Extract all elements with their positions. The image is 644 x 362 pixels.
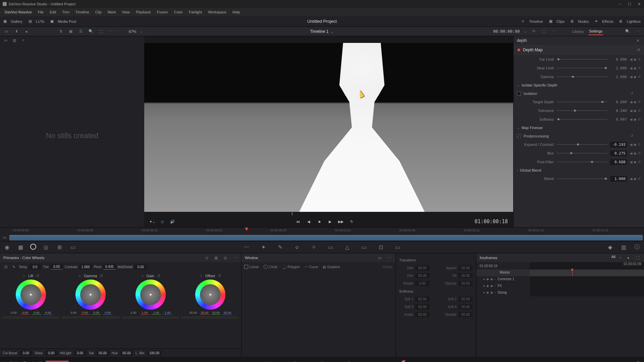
outside-field[interactable]: 50.00 (459, 312, 473, 317)
softness-slider[interactable] (556, 119, 607, 120)
color-wheels-icon[interactable] (30, 244, 36, 250)
page-fairlight-icon[interactable]: ♪ (372, 360, 379, 362)
kf-all-dropdown[interactable]: All (611, 255, 615, 261)
auto-balance-icon[interactable]: Ⓐ (3, 264, 9, 270)
shape-linear[interactable]: Linear (244, 265, 259, 269)
mediapool-toggle[interactable]: ▣Media Pool (50, 19, 76, 24)
sort-icon[interactable]: ⇅ (58, 28, 64, 35)
menu-workspace[interactable]: Workspace (205, 9, 229, 15)
ruler-playhead[interactable] (245, 228, 248, 231)
window-more-icon[interactable]: ⋯ (386, 255, 392, 261)
prev-frame-button[interactable]: ◀ (306, 219, 311, 224)
contrast-field[interactable]: 1.000 (79, 264, 92, 269)
info-icon[interactable]: ⓘ (633, 244, 641, 251)
page-edit-icon[interactable]: ≡ (292, 360, 299, 362)
effect-reset-icon[interactable]: ↺ (637, 48, 640, 52)
page-media-icon[interactable]: ▭ (238, 360, 245, 362)
next-frame-button[interactable]: ▶▶ (338, 219, 343, 224)
home-icon[interactable]: ⌂ (627, 361, 631, 362)
wheel-reset-icon[interactable]: ↺ (218, 274, 221, 278)
grid-view-icon[interactable]: ▦ (68, 28, 74, 35)
track-label[interactable]: V1 (0, 236, 9, 239)
kf-sizing[interactable]: Sizing (497, 291, 527, 294)
sizing-icon[interactable]: ⊡ (377, 244, 384, 251)
hue-field[interactable]: 50.00 (120, 351, 133, 356)
soft1-field[interactable]: 50.00 (415, 297, 429, 302)
rgb-mixer-icon[interactable]: ⊞ (56, 244, 63, 251)
shape-polygon[interactable]: Polygon (282, 265, 300, 269)
shape-circle[interactable]: Circle (264, 265, 278, 269)
menu-file[interactable]: File (35, 9, 47, 15)
stop-button[interactable]: ■ (317, 219, 322, 224)
page-fusion-icon[interactable]: ✧ (319, 360, 325, 362)
loop-button[interactable]: ↻ (349, 219, 354, 224)
lightbox-toggle[interactable]: ⊞Lightbox (619, 19, 641, 24)
menu-color[interactable]: Color (171, 9, 185, 15)
motion-effects-icon[interactable]: ▭ (69, 244, 76, 251)
nodes-toggle[interactable]: ⊞Nodes (571, 19, 589, 24)
viewer-scrubber[interactable] (144, 212, 513, 216)
search-icon[interactable]: 🔍 (88, 28, 94, 35)
curves-icon[interactable]: 〰 (243, 244, 250, 251)
menu-fairlight[interactable]: Fairlight (186, 9, 205, 15)
wheel-picker-icon[interactable]: ⊹ (22, 274, 25, 278)
shape-gradient[interactable]: ▤Gradient (323, 265, 340, 269)
keyframe-editor-icon[interactable]: ◆ (606, 244, 614, 251)
postprocessing-checkbox-row[interactable]: Postprocessing ↺ (514, 132, 644, 140)
kf-corrector[interactable]: Corrector 1 (497, 277, 527, 281)
wheel-reset-icon[interactable]: ↺ (100, 274, 103, 278)
tilt-field[interactable]: 50.00 (459, 273, 473, 278)
scopes-icon[interactable]: ▥ (620, 244, 627, 251)
tracker-icon[interactable]: ✧ (310, 244, 317, 251)
blur-icon[interactable]: △ (343, 244, 351, 251)
search-input[interactable] (517, 38, 635, 43)
viewer-image[interactable] (144, 43, 513, 212)
menu-view[interactable]: View (119, 9, 132, 15)
first-frame-button[interactable]: ⏮ (295, 219, 301, 224)
page-color-icon[interactable]: ✦ (345, 360, 352, 362)
window-icon[interactable]: ○ (293, 244, 301, 251)
qualifier-icon[interactable]: ✎ (276, 244, 284, 251)
stills-view-icon[interactable]: ▭ (3, 28, 9, 35)
tab-library[interactable]: Library (572, 28, 585, 35)
viewer-timecode[interactable]: 00:00:00:00 (493, 29, 520, 34)
wheel-picker-icon[interactable]: ⊹ (200, 274, 203, 278)
menu-clip[interactable]: Clip (93, 9, 104, 15)
highlight-icon[interactable]: ◇ (160, 219, 165, 224)
menu-timeline[interactable]: Timeline (73, 9, 92, 15)
pan-field[interactable]: 50.00 (415, 273, 429, 278)
split-mode-icon[interactable]: ▥ (11, 37, 17, 43)
pivot-field[interactable]: 0.435 (103, 264, 116, 269)
image-mode-icon[interactable]: ▭ (3, 37, 9, 43)
expand-icon[interactable]: ⛶ (98, 28, 104, 35)
zoom-dropdown-icon[interactable]: ⌄ (140, 29, 143, 34)
color-wheel-lift[interactable] (16, 280, 46, 310)
kf-prev-icon[interactable]: ◀ (630, 57, 632, 62)
postprocessing-reset-icon[interactable]: ↺ (630, 134, 633, 138)
menu-playback[interactable]: Playback (133, 9, 154, 15)
effects-toggle[interactable]: ✦Effects (595, 19, 613, 24)
postfilter-slider[interactable] (556, 162, 607, 162)
kf-corrector-track[interactable] (530, 276, 644, 283)
wand-icon[interactable]: ✧ (20, 37, 26, 43)
kf-expand-icon[interactable]: ⛶ (635, 255, 641, 261)
wheel-master-bar[interactable] (2, 316, 60, 319)
near-limit-slider[interactable] (556, 68, 607, 68)
grab-still-icon[interactable]: ⬇ (13, 28, 19, 35)
inspector-search-icon[interactable]: 🔍 (625, 28, 631, 35)
gamma-slider[interactable] (556, 76, 607, 77)
fullscreen-icon[interactable]: ⛶ (541, 28, 547, 35)
dot-icon[interactable]: ● (23, 28, 30, 35)
mute-icon[interactable]: 🔊 (170, 219, 175, 224)
luts-toggle[interactable]: ▤LUTs (29, 19, 44, 24)
isolation-checkbox[interactable] (517, 92, 521, 96)
menu-fusion[interactable]: Fusion (154, 9, 171, 15)
sat-field[interactable]: 50.00 (97, 351, 109, 356)
timeline-ruler[interactable]: 01:00:00:00 01:00:00:05 01:00:00:10 01:0… (0, 227, 644, 234)
wheels-mode-1-icon[interactable]: ⊙ (204, 255, 210, 261)
tolerance-slider[interactable] (556, 110, 607, 111)
opacity-field[interactable]: 50.00 (459, 281, 473, 286)
window-presets-icon[interactable]: ▭ (377, 255, 383, 261)
settings-icon[interactable]: ⚙ (636, 361, 641, 362)
expand-slider[interactable] (556, 144, 607, 145)
